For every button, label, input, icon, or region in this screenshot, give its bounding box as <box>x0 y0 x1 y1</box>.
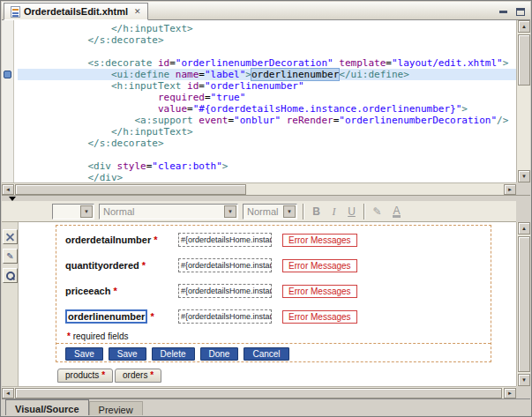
split-sash[interactable] <box>2 195 530 201</box>
maximize-view-button[interactable] <box>513 5 527 18</box>
designer-vertical-scrollbar[interactable]: ▲ ▼ <box>516 222 530 386</box>
tools-icon <box>5 232 15 242</box>
scroll-right-icon[interactable]: ► <box>504 388 516 398</box>
style-class-dropdown[interactable]: ▼ <box>52 204 94 220</box>
preferences-tool-button[interactable] <box>3 229 18 244</box>
form-outline[interactable]: orderdetailnumber * #{orderdetailsHome.i… <box>56 225 491 362</box>
chevron-down-icon[interactable]: ▼ <box>80 205 93 218</box>
form-rows: orderdetailnumber * #{orderdetailsHome.i… <box>65 231 483 333</box>
code-line[interactable]: </s:decorate> <box>18 34 516 46</box>
code-line[interactable] <box>18 149 516 160</box>
error-messages-box[interactable]: Error Messages <box>282 259 357 272</box>
paragraph-format-dropdown[interactable]: Normal ▼ <box>99 204 238 220</box>
required-fields-note: * required fields <box>67 331 129 341</box>
minimize-view-button[interactable] <box>497 5 510 18</box>
field-label[interactable]: quantityordered * <box>65 260 178 271</box>
code-line[interactable]: </h:inputText> <box>18 126 516 138</box>
required-asterisk: * <box>142 260 146 271</box>
font-color-button[interactable]: A <box>388 204 405 220</box>
source-vscroll-thumb[interactable] <box>518 34 530 86</box>
save-button[interactable]: Save <box>65 347 103 361</box>
code-line[interactable]: </h:inputText> <box>18 23 516 34</box>
code-line[interactable]: <h:inputText id="orderlinenumber" <box>18 80 516 92</box>
designer-vscroll-thumb[interactable] <box>518 236 530 372</box>
form-field-row[interactable]: orderdetailnumber * #{orderdetailsHome.i… <box>65 231 483 249</box>
scroll-down-icon[interactable]: ▼ <box>518 170 530 182</box>
annotation-ruler[interactable] <box>2 20 14 182</box>
font-color-letter: A <box>393 206 400 218</box>
scroll-up-icon[interactable]: ▲ <box>518 20 530 33</box>
page-tab-bar: Visual/SourcePreview <box>2 398 530 415</box>
editor-tab-orderdetailsedit[interactable]: OrderdetailsEdit.xhtml ✕ <box>4 3 148 20</box>
field-label-text: priceeach <box>65 286 110 296</box>
field-label[interactable]: orderlinenumber * <box>65 309 178 324</box>
pencil-icon: ✎ <box>6 251 13 261</box>
error-messages-box[interactable]: Error Messages <box>282 310 357 324</box>
page-tab-preview[interactable]: Preview <box>89 401 143 415</box>
scroll-left-icon[interactable]: ◄ <box>2 184 14 195</box>
scrollbar-corner <box>516 182 530 195</box>
code-line[interactable]: value="#{orderdetailsHome.instance.order… <box>18 103 516 115</box>
tab-products[interactable]: products * <box>57 369 113 383</box>
inspect-tool-button[interactable] <box>3 268 18 283</box>
form-field-row[interactable]: quantityordered * #{orderdetailsHome.ins… <box>65 257 483 274</box>
save-button[interactable]: Save <box>109 347 146 361</box>
chevron-down-icon[interactable]: ▼ <box>224 205 236 218</box>
code-line[interactable] <box>18 46 516 57</box>
field-label[interactable]: priceeach * <box>65 286 178 296</box>
highlight-pen-icon[interactable]: ✎ <box>369 204 386 220</box>
scrollbar-corner <box>516 386 530 398</box>
code-line[interactable]: </s:decorate> <box>18 138 516 149</box>
editor-tab-bar: OrderdetailsEdit.xhtml ✕ <box>2 2 530 20</box>
assoc-tabs: products *orders * <box>57 369 161 383</box>
scroll-up-icon[interactable]: ▲ <box>518 222 530 235</box>
code-line[interactable]: <s:decorate id="orderlinenumberDecoratio… <box>18 57 516 69</box>
line-marker-icon[interactable] <box>4 71 11 78</box>
field-input[interactable]: #{orderdetailsHome.instan <box>178 233 272 247</box>
close-icon[interactable]: ✕ <box>134 7 141 16</box>
delete-button[interactable]: Delete <box>152 347 195 361</box>
designer-canvas[interactable]: orderdetailnumber * #{orderdetailsHome.i… <box>19 222 516 386</box>
field-input[interactable]: #{orderdetailsHome.instan <box>178 258 272 272</box>
underline-button[interactable]: U <box>343 204 360 220</box>
field-label-text: quantityordered <box>65 260 139 271</box>
bold-button[interactable]: B <box>308 204 325 220</box>
edit-tool-button[interactable]: ✎ <box>3 249 18 264</box>
field-label[interactable]: orderdetailnumber * <box>65 235 178 245</box>
scroll-down-icon[interactable]: ▼ <box>518 374 530 386</box>
designer-tool-strip: ✎ <box>2 222 19 386</box>
done-button[interactable]: Done <box>200 347 239 361</box>
scroll-right-icon[interactable]: ► <box>504 184 516 195</box>
source-horizontal-scrollbar[interactable]: ◄ ► <box>2 182 516 195</box>
form-field-row[interactable]: orderlinenumber * #{orderdetailsHome.ins… <box>65 308 483 325</box>
code-line[interactable]: <ui:define name="label">orderlinenumber<… <box>18 69 516 80</box>
cancel-button[interactable]: Cancel <box>244 347 288 361</box>
source-hscroll-thumb[interactable] <box>15 184 246 195</box>
field-input[interactable]: #{orderdetailsHome.instan <box>178 309 272 324</box>
error-messages-box[interactable]: Error Messages <box>282 234 357 247</box>
code-line[interactable]: </div> <box>18 172 516 182</box>
toolbar-separator <box>363 204 365 220</box>
designer-hscroll-thumb[interactable] <box>15 388 502 398</box>
required-asterisk: * <box>150 311 154 322</box>
page-tab-visual-source[interactable]: Visual/Source <box>5 399 89 415</box>
required-asterisk: * <box>113 286 116 296</box>
font-size-dropdown[interactable]: Normal ▼ <box>243 204 297 220</box>
chevron-down-icon[interactable]: ▼ <box>283 205 296 218</box>
xhtml-file-icon <box>11 6 20 18</box>
designer-horizontal-scrollbar[interactable]: ◄ ► <box>2 386 516 398</box>
scroll-left-icon[interactable]: ◄ <box>2 388 14 398</box>
tab-orders[interactable]: orders * <box>115 369 161 383</box>
code-area[interactable]: </h:inputText> </s:decorate> <s:decorate… <box>15 20 516 182</box>
form-field-row[interactable]: priceeach * #{orderdetailsHome.instan Er… <box>65 282 483 300</box>
editor-tab-title: OrderdetailsEdit.xhtml <box>24 6 128 17</box>
field-input[interactable]: #{orderdetailsHome.instan <box>178 284 272 298</box>
error-messages-box[interactable]: Error Messages <box>282 285 357 298</box>
source-vertical-scrollbar[interactable]: ▲ ▼ <box>516 20 530 182</box>
font-size-value: Normal <box>247 206 278 217</box>
code-line[interactable]: <a:support event="onblur" reRender="orde… <box>18 115 516 126</box>
italic-button[interactable]: I <box>326 204 342 220</box>
code-line[interactable]: required="true" <box>18 92 516 103</box>
source-editor-pane: </h:inputText> </s:decorate> <s:decorate… <box>2 20 530 195</box>
code-line[interactable]: <div style="clear:both"> <box>18 160 516 172</box>
